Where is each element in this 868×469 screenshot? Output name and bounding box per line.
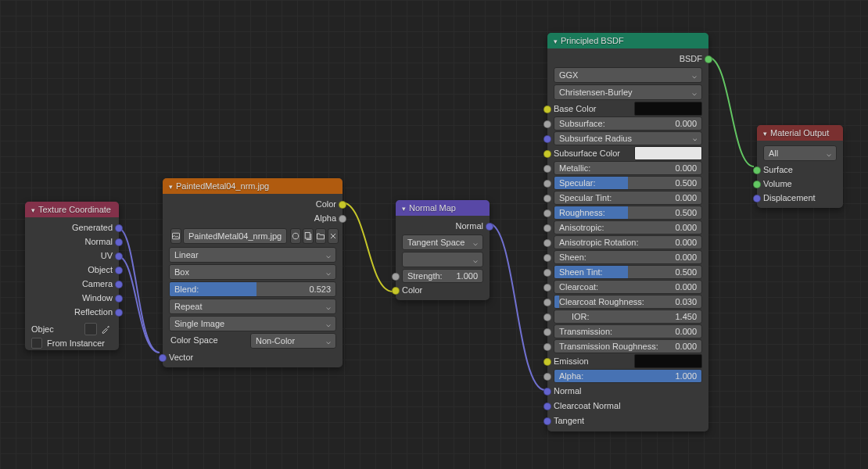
color-swatch[interactable] <box>634 146 702 160</box>
value-slider[interactable]: Clearcoat:0.000 <box>554 280 702 294</box>
node-header[interactable]: ▾Material Output <box>757 125 843 141</box>
prop-clearcoat-roughness: Clearcoat Roughness:0.030 <box>547 295 708 309</box>
value-slider[interactable]: Sheen:0.000 <box>554 250 702 264</box>
colorspace-label: Color Space <box>170 335 218 345</box>
sss-method-select[interactable]: Christensen-Burley <box>554 84 702 100</box>
object-field-row: Objec <box>25 322 119 336</box>
prop-clearcoat-normal: Clearcoat Normal <box>547 399 708 413</box>
prop-anisotropic-rotation: Anisotropic Rotation:0.000 <box>547 235 708 249</box>
output-normal: Normal <box>396 219 490 233</box>
prop-anisotropic: Anisotropic:0.000 <box>547 220 708 234</box>
value-slider[interactable]: Transmission Roughness:0.000 <box>554 339 702 353</box>
node-title: Normal Map <box>409 203 456 213</box>
object-label: Objec <box>31 324 54 334</box>
colorspace-select[interactable]: Non-Color <box>250 333 336 349</box>
node-header[interactable]: ▾Normal Map <box>396 200 490 216</box>
prop-tangent: Tangent <box>547 414 708 428</box>
prop-metallic: Metallic:0.000 <box>547 161 708 175</box>
from-instancer-row[interactable]: From Instancer <box>25 336 119 350</box>
value-select[interactable]: Subsurface Radius⌵ <box>554 131 702 145</box>
value-slider[interactable]: Specular Tint:0.000 <box>554 191 702 205</box>
value-slider[interactable]: Anisotropic Rotation:0.000 <box>554 235 702 249</box>
blend-slider[interactable]: Blend:0.523 <box>169 281 336 297</box>
node-principled-bsdf[interactable]: ▾Principled BSDF BSDF GGX Christensen-Bu… <box>547 33 708 431</box>
color-swatch[interactable] <box>634 102 702 116</box>
value-slider[interactable]: IOR:1.450 <box>554 310 702 324</box>
prop-normal: Normal <box>547 384 708 398</box>
node-header[interactable]: ▾Principled BSDF <box>547 33 708 48</box>
svg-rect-1 <box>306 233 310 239</box>
prop-subsurface-color: Subsurface Color <box>547 146 708 160</box>
output-generated: Generated <box>25 220 119 234</box>
from-instancer-checkbox[interactable] <box>31 338 42 349</box>
image-icon[interactable] <box>170 228 181 244</box>
value-slider[interactable]: Metallic:0.000 <box>554 161 702 175</box>
value-slider[interactable]: Sheen Tint:0.500 <box>554 265 702 279</box>
object-swatch[interactable] <box>84 323 97 335</box>
output-camera: Camera <box>25 277 119 291</box>
prop-emission: Emission <box>547 354 708 368</box>
strength-row: Strength:1.000 <box>396 269 490 283</box>
output-window: Window <box>25 291 119 305</box>
input-color: Color <box>396 283 490 297</box>
node-material-output[interactable]: ▾Material Output All SurfaceVolumeDispla… <box>757 125 843 208</box>
node-texture-coordinate[interactable]: ▾Texture Coordinate GeneratedNormalUVObj… <box>25 202 119 350</box>
value-slider[interactable]: Roughness:0.500 <box>554 206 702 220</box>
distribution-select[interactable]: GGX <box>554 67 702 83</box>
collapse-icon[interactable]: ▾ <box>31 202 35 218</box>
new-image-icon[interactable] <box>303 228 314 244</box>
value-slider[interactable]: Anisotropic:0.000 <box>554 220 702 234</box>
interpolation-select[interactable]: Linear <box>169 247 336 263</box>
prop-sheen: Sheen:0.000 <box>547 250 708 264</box>
output-uv: UV <box>25 249 119 263</box>
node-normal-map[interactable]: ▾Normal Map Normal Tangent Space Strengt… <box>396 200 490 300</box>
output-object: Object <box>25 263 119 277</box>
prop-specular-tint: Specular Tint:0.000 <box>547 191 708 205</box>
node-title: Texture Coordinate <box>38 205 111 214</box>
collapse-icon[interactable]: ▾ <box>169 179 173 195</box>
value-slider[interactable]: Clearcoat Roughness:0.030 <box>554 295 702 309</box>
prop-ior: IOR:1.450 <box>547 310 708 324</box>
uvmap-select[interactable] <box>402 252 483 267</box>
prop-transmission-roughness: Transmission Roughness:0.000 <box>547 339 708 353</box>
projection-select[interactable]: Box <box>169 264 336 280</box>
prop-sheen-tint: Sheen Tint:0.500 <box>547 265 708 279</box>
prop-subsurface-radius: Subsurface Radius⌵ <box>547 131 708 145</box>
from-instancer-label: From Instancer <box>47 338 105 348</box>
collapse-icon[interactable]: ▾ <box>763 126 767 141</box>
node-title: PaintedMetal04_nrm.jpg <box>176 181 269 191</box>
unlink-icon[interactable] <box>328 228 339 244</box>
value-slider[interactable]: Subsurface:0.000 <box>554 116 702 131</box>
prop-alpha: Alpha:1.000 <box>547 369 708 383</box>
strength-slider[interactable]: Strength:1.000 <box>402 269 483 283</box>
prop-roughness: Roughness:0.500 <box>547 206 708 220</box>
prop-subsurface: Subsurface:0.000 <box>547 116 708 131</box>
value-slider[interactable]: Alpha:1.000 <box>554 369 702 383</box>
output-normal: Normal <box>25 234 119 249</box>
node-header[interactable]: ▾Texture Coordinate <box>25 202 119 217</box>
prop-clearcoat: Clearcoat:0.000 <box>547 280 708 294</box>
node-title: Material Output <box>770 128 829 138</box>
value-slider[interactable]: Transmission:0.000 <box>554 324 702 338</box>
output-alpha: Alpha <box>163 211 343 225</box>
input-volume: Volume <box>757 177 843 191</box>
input-vector: Vector <box>163 350 343 364</box>
input-displacement: Displacement <box>757 191 843 205</box>
extension-select[interactable]: Repeat <box>169 299 336 314</box>
node-image-texture[interactable]: ▾PaintedMetal04_nrm.jpg Color Alpha Pain… <box>163 178 343 367</box>
open-image-icon[interactable] <box>315 228 326 244</box>
node-title: Principled BSDF <box>561 36 624 45</box>
prop-base-color: Base Color <box>547 102 708 116</box>
eyedropper-icon[interactable] <box>99 322 113 336</box>
target-select[interactable]: All <box>763 145 837 161</box>
color-swatch[interactable] <box>634 354 702 368</box>
source-select[interactable]: Single Image <box>169 316 336 331</box>
image-name-field[interactable]: PaintedMetal04_nrm.jpg <box>183 228 287 244</box>
fake-user-icon[interactable] <box>290 228 301 244</box>
collapse-icon[interactable]: ▾ <box>554 34 558 49</box>
collapse-icon[interactable]: ▾ <box>402 201 406 217</box>
node-header[interactable]: ▾PaintedMetal04_nrm.jpg <box>163 178 343 194</box>
space-select[interactable]: Tangent Space <box>402 234 483 250</box>
output-bsdf: BSDF <box>547 52 708 66</box>
value-slider[interactable]: Specular:0.500 <box>554 176 702 190</box>
